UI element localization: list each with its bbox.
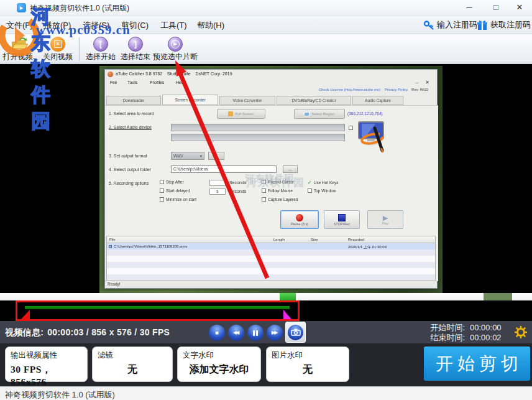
stop-playback-button[interactable]: ■ — [209, 325, 225, 341]
open-video-label: 打开视频.. — [3, 52, 37, 62]
image-watermark-card[interactable]: 图片水印 无 — [266, 347, 349, 382]
output-properties-card[interactable]: 输出视频属性 30 FPS，856x576 — [5, 347, 88, 382]
video-info-label: 视频信息: — [5, 327, 44, 337]
atube-menu-help: Help — [176, 80, 185, 85]
menu-item-select[interactable]: 选择(S) — [83, 20, 109, 31]
image-watermark-title: 图片水印 — [272, 350, 344, 361]
info-bar: 视频信息:00:00:03 / 856 x 576 / 30 FPS ■ ◀◀ … — [0, 321, 532, 343]
atube-tab-video-converter: Video Converter — [219, 96, 275, 105]
selection-range-bar — [25, 306, 290, 309]
atube-stop-after-option: Stop After — [160, 180, 184, 184]
atube-minimize-glyph: – — [416, 80, 418, 85]
timeline[interactable] — [0, 300, 532, 321]
close-video-button[interactable]: ✕ 关闭视频 — [41, 35, 75, 63]
get-license-label: 获取注册码 — [490, 19, 531, 30]
rewind-icon: ◀◀ — [233, 330, 239, 335]
start-time-value: 00:00:00 — [470, 323, 510, 333]
atube-hot-keys-option: ✓Use Hot Keys — [308, 180, 338, 185]
atube-format-select: WMV▾ — [171, 152, 204, 160]
app-icon: ▶ — [17, 3, 26, 12]
open-video-button[interactable]: 打开视频.. — [1, 35, 39, 63]
atube-record-button: Pause (3 s) — [280, 210, 319, 229]
menu-item-cut[interactable]: 剪切(C) — [121, 20, 149, 31]
atube-close-glyph: ✕ — [425, 80, 429, 85]
atube-audio-device-dropdown-2 — [171, 134, 345, 141]
atube-delay-input: 5 — [209, 188, 226, 195]
preview-clip-label: 预览选中片断 — [153, 52, 198, 62]
atube-faint-watermark: 河东软件园 — [245, 173, 295, 185]
atube-file-row: C:\Users\pc\Videos\Video_1571106209.wmv … — [107, 243, 435, 249]
seek-segment — [484, 293, 512, 300]
camera-icon — [288, 325, 303, 340]
rewind-button[interactable]: ◀◀ — [228, 325, 244, 341]
select-region-icon — [304, 112, 310, 116]
minimize-button[interactable]: ─ — [460, 1, 479, 14]
fast-forward-button[interactable]: ▶▶ — [267, 325, 283, 341]
atube-select-region-button: Select Region — [294, 109, 345, 119]
play-icon: ▶ — [383, 215, 388, 221]
col-length: Length — [273, 238, 285, 241]
maximize-button[interactable]: □ — [487, 1, 505, 14]
close-video-label: 关闭视频 — [43, 52, 73, 62]
text-watermark-card[interactable]: 文字水印 添加文字水印 — [177, 347, 261, 382]
select-end-label: 选择结束 — [121, 52, 150, 62]
app-window: ▶ 神奇视频剪切软件1.0 (试用版) ─ □ ✕ 文件(F) 播放(P) 选择… — [0, 0, 532, 400]
filter-value: 无 — [98, 363, 167, 376]
atube-menu-profiles: Profiles — [150, 80, 164, 85]
enter-license-button[interactable]: 输入注册码 — [423, 19, 477, 30]
atube-app-icon — [108, 72, 113, 77]
seek-bar[interactable] — [0, 293, 532, 300]
atube-tab-downloader: Downloader — [106, 96, 161, 105]
atube-stop-after-input — [209, 180, 226, 186]
select-start-label: 选择开始 — [86, 52, 116, 62]
start-cut-button[interactable]: 开始剪切 — [424, 347, 530, 381]
green-check-icon: ✓ — [308, 180, 312, 185]
preview-clip-button[interactable]: ▶ 预览选中片断 — [150, 35, 200, 63]
selection-start-marker[interactable] — [21, 310, 30, 319]
atube-seconds-label-1: Seconds — [229, 180, 246, 185]
menu-item-file[interactable]: 文件(F) — [6, 20, 33, 31]
menu-item-help[interactable]: 帮助(H) — [197, 20, 224, 31]
text-watermark-value: 添加文字水印 — [183, 363, 255, 376]
close-button[interactable]: ✕ — [510, 1, 529, 14]
atube-content: 1. Select area to record Full Screen Sel… — [105, 105, 438, 281]
get-license-button[interactable]: 获取注册码 — [477, 19, 531, 30]
atube-full-screen-button: Full Screen — [217, 109, 265, 119]
snapshot-button[interactable] — [285, 322, 306, 343]
output-properties-title: 输出视频属性 — [11, 350, 82, 361]
bracket-right-icon: ] — [128, 37, 143, 52]
full-screen-icon — [228, 111, 233, 116]
atube-start-delayed-option: Start delayed — [160, 188, 190, 193]
atube-audio-device-dropdown-1 — [171, 124, 345, 131]
file-icon — [109, 245, 112, 248]
atube-browse-button: ... — [283, 165, 298, 173]
settings-gear-button[interactable] — [515, 326, 527, 341]
selection-end-marker[interactable] — [283, 310, 291, 319]
fast-forward-icon: ▶▶ — [272, 330, 278, 335]
select-end-button[interactable]: ] 选择结束 — [119, 35, 152, 63]
select-start-button[interactable]: [ 选择开始 — [85, 35, 117, 63]
stop-icon — [338, 214, 346, 221]
seek-thumb[interactable] — [280, 293, 296, 300]
open-folder-icon — [11, 37, 29, 52]
atube-top-window-option: Top Window — [308, 188, 336, 193]
menu-item-tools[interactable]: 工具(T) — [160, 20, 187, 31]
menu-item-play[interactable]: 播放(P) — [44, 20, 71, 31]
filter-card[interactable]: 滤镜 无 — [92, 347, 173, 382]
file-path: C:\Users\pc\Videos\Video_1571106209.wmv — [114, 244, 187, 248]
gift-icon — [477, 20, 488, 30]
toolbar-separator — [79, 37, 80, 61]
text-watermark-title: 文字水印 — [183, 350, 255, 361]
end-time-value: 00:00:02 — [470, 333, 510, 343]
key-icon — [423, 20, 434, 30]
title-bar: ▶ 神奇视频剪切软件1.0 (试用版) ─ □ ✕ — [0, 0, 532, 16]
atube-menu-file: File — [110, 80, 117, 85]
pause-button[interactable] — [247, 325, 264, 341]
atube-file-table: File Length Size Recorded C:\Users\pc\Vi… — [106, 236, 436, 281]
output-properties-value: 30 FPS，856x576 — [11, 363, 82, 388]
atube-row2-label: 2. Select Audio device — [109, 125, 152, 129]
video-info: 视频信息:00:00:03 / 856 x 576 / 30 FPS — [5, 327, 170, 338]
atube-desktop-logo-icon — [354, 118, 391, 156]
atube-region-coords: (366,212,1216,764) — [347, 111, 383, 116]
table-row — [107, 268, 435, 274]
